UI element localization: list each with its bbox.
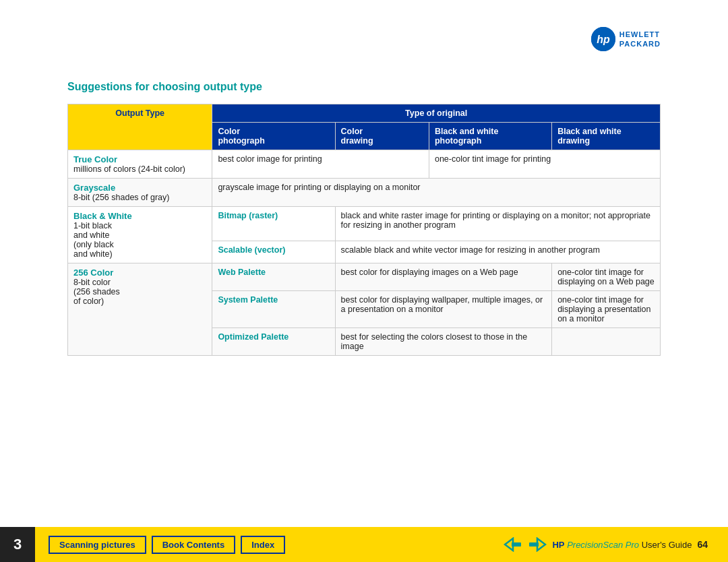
output-label-grayscale: Grayscale 8-bit (256 shades of gray) xyxy=(68,179,212,207)
footer-link-index[interactable]: Index xyxy=(241,536,285,554)
table-row: True Color millions of colors (24-bit co… xyxy=(68,150,661,179)
page-title: Suggestions for choosing output type xyxy=(67,81,661,93)
sub-label-scalable: Scalable (vector) xyxy=(212,241,335,263)
footer-links: Scanning pictures Book Contents Index xyxy=(35,536,504,554)
cell-optimized-bw xyxy=(552,328,661,356)
output-label-truecolor: True Color millions of colors (24-bit co… xyxy=(68,150,212,179)
col-header-bw-photo: Black and whitephotograph xyxy=(429,123,551,150)
cell-truecolor-color: best color image for printing xyxy=(212,150,429,179)
hp-brand-text: HEWLETTPACKARD xyxy=(619,30,661,49)
output-label-bw: Black & White 1-bit blackand white(only … xyxy=(68,207,212,263)
cell-system-bw: one-color tint image for displaying a pr… xyxy=(552,291,661,328)
table-row: Grayscale 8-bit (256 shades of gray) gra… xyxy=(68,179,661,207)
col-header-color-drawing: Colordrawing xyxy=(335,123,429,150)
svg-rect-5 xyxy=(529,542,539,547)
footer-link-scanning[interactable]: Scanning pictures xyxy=(49,536,146,554)
footer-right: HP PrecisionScan Pro User's Guide 64 xyxy=(504,537,728,552)
svg-text:hp: hp xyxy=(597,34,610,45)
col-header-bw-drawing: Black and whitedrawing xyxy=(552,123,661,150)
cell-web-color: best color for displaying images on a We… xyxy=(335,263,552,291)
cell-bitmap: black and white raster image for printin… xyxy=(335,207,660,241)
cell-system-color: best color for displaying wallpaper, mul… xyxy=(335,291,552,328)
output-type-table: Output Type Type of original Colorphotog… xyxy=(67,104,661,356)
sub-label-optimized: Optimized Palette xyxy=(212,328,335,356)
output-type-header: Output Type xyxy=(68,104,212,150)
table-row: 256 Color 8-bit color(256 shadesof color… xyxy=(68,263,661,291)
footer-link-book[interactable]: Book Contents xyxy=(152,536,235,554)
sub-label-system: System Palette xyxy=(212,291,335,328)
type-original-header: Type of original xyxy=(212,104,661,123)
forward-arrow-icon[interactable] xyxy=(528,537,547,552)
sub-label-bitmap: Bitmap (raster) xyxy=(212,207,335,241)
hp-logo: hp HEWLETTPACKARD xyxy=(591,27,661,51)
svg-rect-3 xyxy=(512,542,521,547)
sub-label-web: Web Palette xyxy=(212,263,335,291)
cell-grayscale: grayscale image for printing or displayi… xyxy=(212,179,661,207)
col-header-color-photo: Colorphotograph xyxy=(212,123,335,150)
output-label-256: 256 Color 8-bit color(256 shadesof color… xyxy=(68,263,212,356)
cell-scalable: scalable black and white vector image fo… xyxy=(335,241,660,263)
footer-page-number: 64 xyxy=(697,539,708,550)
footer-page-chapter: 3 xyxy=(0,527,35,562)
table-row: Black & White 1-bit blackand white(only … xyxy=(68,207,661,241)
hp-logo-icon: hp xyxy=(591,27,615,51)
cell-optimized-color: best for selecting the colors closest to… xyxy=(335,328,552,356)
cell-web-bw: one-color tint image for displaying on a… xyxy=(552,263,661,291)
back-arrow-icon[interactable] xyxy=(504,537,522,552)
footer: 3 Scanning pictures Book Contents Index … xyxy=(0,527,728,562)
cell-truecolor-bw: one-color tint image for printing xyxy=(429,150,660,179)
page-content: Suggestions for choosing output type Out… xyxy=(0,0,728,356)
footer-brand: HP PrecisionScan Pro User's Guide xyxy=(552,540,692,550)
